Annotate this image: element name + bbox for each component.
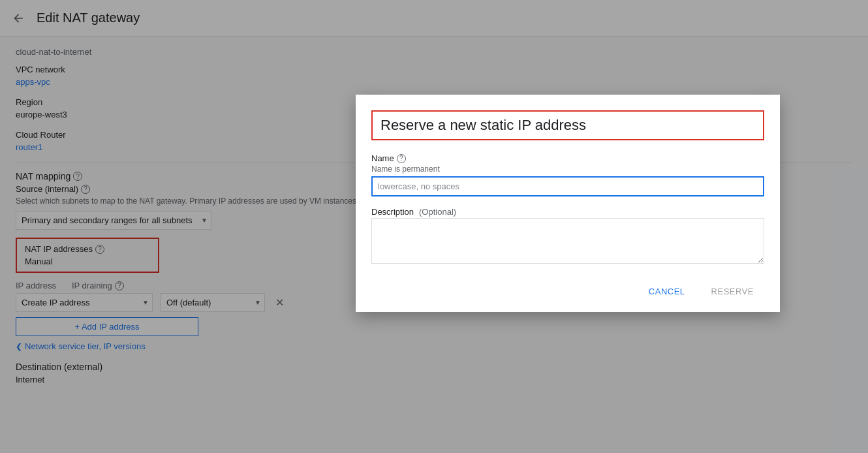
description-label: Description (Optional) — [371, 207, 764, 217]
description-field: Description (Optional) — [371, 207, 764, 266]
description-optional: (Optional) — [419, 207, 456, 217]
dialog-title: Reserve a new static IP address — [380, 117, 586, 133]
reserve-ip-dialog: Reserve a new static IP address Name ? N… — [356, 95, 780, 312]
name-input[interactable] — [371, 176, 764, 196]
name-sublabel: Name is permanent — [371, 164, 764, 174]
name-label: Name ? — [371, 153, 764, 163]
cancel-button[interactable]: CANCEL — [638, 281, 696, 302]
dialog-title-box: Reserve a new static IP address — [371, 110, 764, 140]
dialog-actions: CANCEL RESERVE — [371, 276, 764, 302]
name-field: Name ? Name is permanent — [371, 153, 764, 196]
name-help-icon[interactable]: ? — [397, 154, 406, 163]
description-input[interactable] — [371, 218, 764, 264]
reserve-button[interactable]: RESERVE — [701, 281, 764, 302]
